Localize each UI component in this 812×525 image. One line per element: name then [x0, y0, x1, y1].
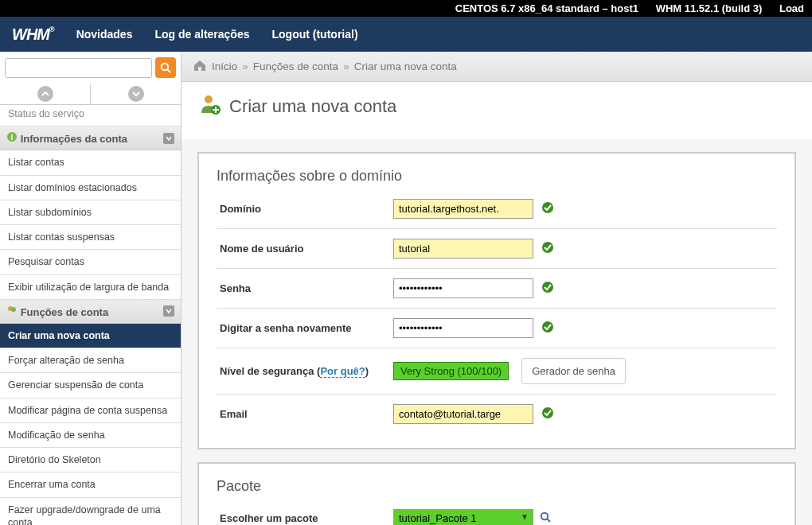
- sidebar-item-skeleton-dir[interactable]: Diretório do Skeleton: [0, 448, 181, 472]
- label-password: Senha: [220, 282, 393, 294]
- svg-point-11: [542, 321, 553, 332]
- info-icon: i: [6, 131, 18, 142]
- nav-down-button[interactable]: [91, 84, 181, 104]
- svg-point-5: [11, 307, 16, 312]
- sidebar-item-list-subdomains[interactable]: Listar subdomínios: [0, 200, 181, 225]
- select-package[interactable]: tutorial_Pacote 1: [393, 509, 533, 525]
- svg-point-13: [541, 512, 548, 519]
- sidebar-item-manage-suspension[interactable]: Gerenciar suspensão de conta: [0, 373, 181, 398]
- svg-point-6: [205, 95, 213, 103]
- check-icon: [541, 201, 554, 216]
- sidebar-item-list-suspended[interactable]: Listar contas suspensas: [0, 225, 181, 250]
- whm-logo: WHM®: [12, 25, 54, 44]
- sidebar-section-account-funcs[interactable]: Funções de conta: [0, 300, 181, 324]
- svg-point-8: [542, 202, 553, 213]
- navbar: WHM® Novidades Log de alterações Logout …: [0, 17, 812, 52]
- sidebar-item-terminate-account[interactable]: Encerrar uma conta: [0, 472, 181, 497]
- password-generator-button[interactable]: Gerador de senha: [521, 358, 626, 384]
- breadcrumb: Início » Funções de conta » Criar uma no…: [182, 52, 812, 82]
- sidebar-item-search-accounts[interactable]: Pesquisar contas: [0, 250, 181, 274]
- topbar: CENTOS 6.7 x86_64 standard – host1 WHM 1…: [0, 0, 812, 17]
- load-label: Load: [779, 2, 804, 14]
- svg-point-10: [542, 282, 553, 293]
- strength-badge: Very Strong (100/100): [393, 362, 509, 380]
- search-button[interactable]: [155, 57, 176, 78]
- sidebar-menu[interactable]: Status do serviço i Informações da conta…: [0, 105, 181, 525]
- input-username[interactable]: [393, 239, 533, 259]
- svg-point-0: [161, 63, 167, 69]
- input-email[interactable]: [393, 404, 533, 424]
- users-icon: [6, 305, 18, 316]
- search-icon: [160, 62, 172, 74]
- chevron-up-icon: [41, 90, 49, 98]
- sidebar-item-modify-password[interactable]: Modificação de senha: [0, 423, 181, 448]
- label-email: Email: [220, 408, 393, 420]
- input-password-confirm[interactable]: [393, 318, 533, 338]
- why-link[interactable]: Por quê?: [320, 365, 365, 378]
- panel-legend-domain: Informações sobre o domínio: [217, 168, 777, 185]
- nav-logout[interactable]: Logout (tutorial): [271, 28, 357, 41]
- panel-package: Pacote Escolher um pacote tutorial_Pacot…: [197, 462, 796, 525]
- magnify-icon[interactable]: [540, 511, 552, 526]
- sidebar-item-server-status[interactable]: Status do serviço: [0, 105, 181, 126]
- label-password2: Digitar a senha novamente: [220, 322, 393, 334]
- page-title: Criar uma nova conta: [199, 93, 794, 120]
- breadcrumb-funcs[interactable]: Funções de conta: [253, 60, 338, 72]
- sidebar-item-bandwidth[interactable]: Exibir utilização de largura de banda: [0, 275, 181, 300]
- sidebar-item-list-accounts[interactable]: Listar contas: [0, 150, 181, 175]
- check-icon: [541, 281, 554, 296]
- sidebar-section-account-info[interactable]: i Informações da conta: [0, 126, 181, 150]
- check-icon: [541, 321, 554, 336]
- nav-up-button[interactable]: [0, 84, 91, 104]
- home-icon: [193, 59, 207, 74]
- breadcrumb-current: Criar uma nova conta: [354, 60, 457, 72]
- os-label: CENTOS 6.7 x86_64 standard – host1: [455, 2, 638, 14]
- sidebar: Status do serviço i Informações da conta…: [0, 52, 182, 525]
- check-icon: [541, 241, 554, 256]
- content: Início » Funções de conta » Criar uma no…: [182, 52, 812, 525]
- panel-domain-info: Informações sobre o domínio Domínio Nome…: [197, 152, 796, 449]
- sidebar-item-upgrade-downgrade[interactable]: Fazer upgrade/downgrade de uma conta: [0, 498, 181, 526]
- svg-line-14: [548, 519, 551, 522]
- whm-version-label: WHM 11.52.1 (build 3): [656, 2, 763, 14]
- nav-changelog[interactable]: Log de alterações: [154, 28, 249, 41]
- label-strength: Nível de segurança (Por quê?): [220, 365, 393, 377]
- svg-line-1: [167, 69, 170, 72]
- label-domain: Domínio: [220, 203, 393, 215]
- label-username: Nome de usuário: [220, 243, 393, 255]
- svg-point-12: [542, 407, 553, 418]
- breadcrumb-home[interactable]: Início: [212, 60, 237, 72]
- nav-news[interactable]: Novidades: [76, 28, 133, 41]
- input-password[interactable]: [393, 278, 533, 298]
- chevron-down-icon: [163, 305, 174, 317]
- svg-text:i: i: [11, 133, 14, 142]
- sidebar-item-list-parked[interactable]: Listar domínios estacionados: [0, 176, 181, 200]
- label-choose-package: Escolher um pacote: [220, 512, 393, 524]
- input-domain[interactable]: [393, 199, 533, 219]
- check-icon: [541, 406, 554, 422]
- chevron-down-icon: [163, 133, 174, 144]
- sidebar-item-force-password[interactable]: Forçar alteração de senha: [0, 348, 181, 373]
- sidebar-item-create-account[interactable]: Criar uma nova conta: [0, 324, 181, 348]
- sidebar-item-modify-suspended-page[interactable]: Modificar página de conta suspensa: [0, 399, 181, 423]
- search-input[interactable]: [5, 58, 152, 78]
- chevron-down-icon: [132, 90, 140, 98]
- svg-point-9: [542, 242, 553, 253]
- add-user-icon: [199, 93, 221, 120]
- panel-legend-package: Pacote: [217, 478, 777, 495]
